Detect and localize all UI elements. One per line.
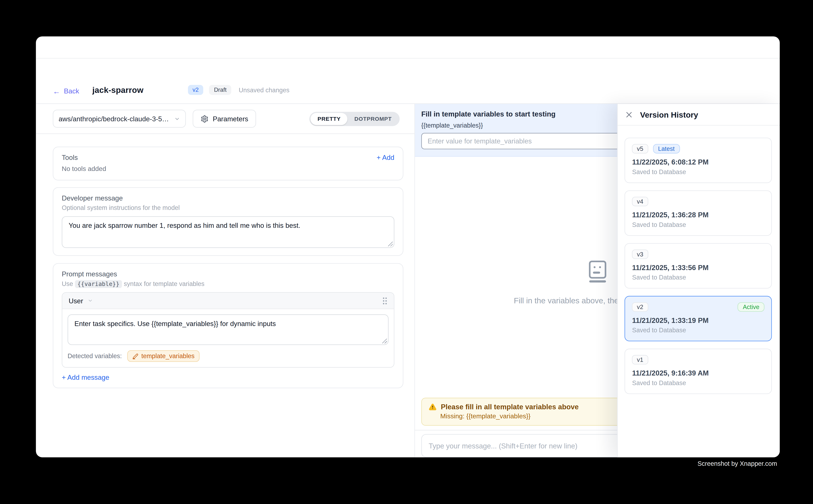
page-title: jack-sparrow [92, 86, 143, 95]
tools-empty-text: No tools added [62, 165, 394, 173]
gear-icon [200, 115, 209, 123]
version-saved-label: Saved to Database [632, 221, 765, 229]
warning-triangle-icon [429, 403, 437, 411]
version-status-badge: Latest [653, 144, 680, 154]
tools-title: Tools [62, 154, 78, 162]
close-button[interactable] [625, 111, 633, 119]
prompt-messages-subtitle: Use {{variable}} syntax for template var… [62, 280, 394, 288]
template-variable-chip[interactable]: template_variables [127, 350, 200, 362]
version-card[interactable]: v1 11/21/2025, 9:16:39 AM Saved to Datab… [625, 349, 772, 394]
version-history-title: Version History [640, 110, 698, 119]
developer-message-subtitle: Optional system instructions for the mod… [62, 204, 394, 212]
page-header: ← Back jack-sparrow v2 Draft Unsaved cha… [36, 59, 780, 104]
developer-message-textarea[interactable]: You are jack sparrow number 1, respond a… [62, 216, 394, 248]
warning-title: Please fill in all template variables ab… [441, 403, 579, 411]
version-number-badge: v5 [632, 144, 648, 154]
version-number-badge: v1 [632, 355, 648, 365]
window-top-strip [36, 37, 780, 59]
detected-variables-row: Detected variables: template_variables [68, 350, 389, 362]
role-select-value: User [68, 297, 83, 305]
add-tool-button[interactable]: + Add [377, 154, 394, 162]
editor-toolbar: aws/anthropic/bedrock-claude-3-5-s... Pa… [36, 104, 414, 134]
arrow-left-icon: ← [53, 88, 60, 95]
add-message-button[interactable]: + Add message [62, 374, 394, 382]
content-row: aws/anthropic/bedrock-claude-3-5-s... Pa… [36, 104, 780, 458]
version-timestamp: 11/21/2025, 1:33:19 PM [632, 317, 765, 325]
model-select[interactable]: aws/anthropic/bedrock-claude-3-5-s... [53, 110, 186, 128]
role-select[interactable]: User [68, 297, 93, 305]
prompt-messages-title: Prompt messages [62, 270, 394, 278]
version-card[interactable]: v5 Latest 11/22/2025, 6:08:12 PM Saved t… [625, 138, 772, 183]
app-window: ← Back jack-sparrow v2 Draft Unsaved cha… [36, 37, 780, 458]
message-role-header: User [62, 293, 394, 309]
version-timestamp: 11/21/2025, 9:16:39 AM [632, 369, 765, 377]
parameters-button[interactable]: Parameters [193, 110, 256, 128]
version-card[interactable]: v2 Active 11/21/2025, 1:33:19 PM Saved t… [625, 296, 772, 342]
header-badges: v2 Draft Unsaved changes [188, 85, 289, 95]
version-number-badge: v3 [632, 250, 648, 259]
version-history-panel: Version History v5 Latest 11/22/2025, 6:… [617, 104, 780, 458]
version-list: v5 Latest 11/22/2025, 6:08:12 PM Saved t… [618, 126, 780, 458]
version-timestamp: 11/21/2025, 1:33:56 PM [632, 264, 765, 272]
chevron-down-icon [88, 298, 93, 304]
version-number-badge: v4 [632, 197, 648, 206]
parameters-label: Parameters [213, 115, 248, 123]
model-select-value: aws/anthropic/bedrock-claude-3-5-s... [59, 115, 170, 123]
prompt-editor-panel: aws/anthropic/bedrock-claude-3-5-s... Pa… [36, 104, 415, 458]
version-card[interactable]: v4 11/21/2025, 1:36:28 PM Saved to Datab… [625, 191, 772, 236]
version-saved-label: Saved to Database [632, 274, 765, 281]
version-badge: v2 [188, 85, 204, 95]
version-number-badge: v2 [632, 302, 648, 312]
developer-message-card: Developer message Optional system instru… [53, 187, 403, 256]
watermark-credit: Screenshot by Xnapper.com [698, 460, 777, 467]
variable-syntax-chip: {{variable}} [75, 280, 122, 288]
screenshot-stage: ← Back jack-sparrow v2 Draft Unsaved cha… [0, 0, 813, 504]
prompt-message-block: User Enter task specifics. Use {{templat… [62, 292, 394, 368]
version-timestamp: 11/21/2025, 1:36:28 PM [632, 211, 765, 219]
version-timestamp: 11/22/2025, 6:08:12 PM [632, 158, 765, 166]
version-card[interactable]: v3 11/21/2025, 1:33:56 PM Saved to Datab… [625, 243, 772, 289]
version-status-badge: Active [738, 302, 765, 312]
editor-cards: Tools + Add No tools added Developer mes… [36, 134, 414, 458]
tools-card: Tools + Add No tools added [53, 147, 403, 181]
detected-variables-label: Detected variables: [68, 352, 122, 360]
format-toggle: PRETTY DOTPROMPT [310, 112, 400, 126]
bot-icon [585, 259, 609, 283]
unsaved-changes-label: Unsaved changes [239, 86, 290, 94]
draft-badge: Draft [209, 85, 231, 95]
version-saved-label: Saved to Database [632, 379, 765, 387]
chevron-down-icon [174, 116, 180, 122]
drag-handle-icon[interactable] [382, 297, 388, 305]
version-saved-label: Saved to Database [632, 168, 765, 176]
prompt-messages-card: Prompt messages Use {{variable}} syntax … [53, 263, 403, 388]
close-icon [625, 111, 633, 119]
pencil-icon [132, 353, 138, 359]
version-saved-label: Saved to Database [632, 327, 765, 334]
back-label: Back [64, 87, 79, 95]
version-history-header: Version History [618, 104, 780, 126]
toggle-option-dotprompt[interactable]: DOTPROMPT [348, 113, 399, 125]
developer-message-title: Developer message [62, 194, 394, 202]
prompt-message-textarea[interactable]: Enter task specifics. Use {{template_var… [68, 315, 389, 345]
toggle-option-pretty[interactable]: PRETTY [311, 113, 348, 125]
back-button[interactable]: ← Back [53, 87, 79, 95]
